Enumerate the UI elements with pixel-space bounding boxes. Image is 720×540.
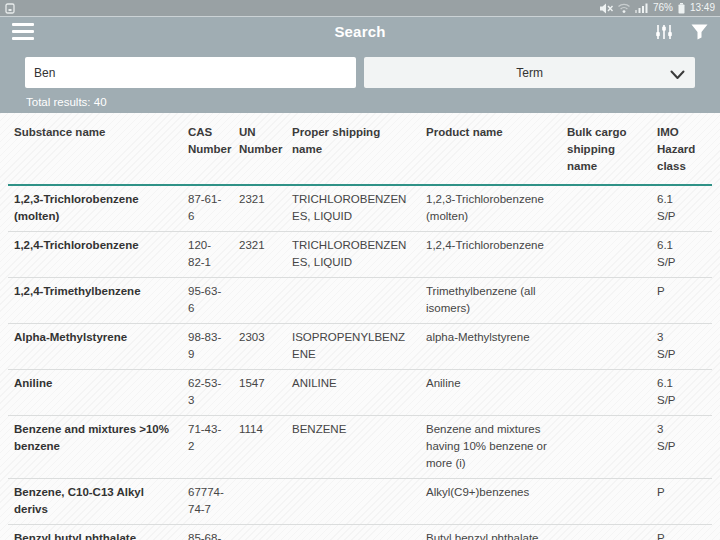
hamburger-menu-icon[interactable] (12, 23, 34, 40)
table-row[interactable]: Benzene and mixtures >10% benzene 71-43-… (8, 416, 712, 479)
cell-un-number (233, 530, 286, 540)
cell-cas-number: 98-83-9 (182, 329, 233, 363)
cell-imo-hazard-class: 3 S/P (651, 421, 712, 472)
cell-un-number: 2303 (233, 329, 286, 363)
cell-cas-number: 87-61-6 (182, 191, 233, 225)
cell-imo-hazard-class: 3 S/P (651, 329, 712, 363)
column-header: UN Number (233, 124, 286, 184)
cell-proper-shipping-name: ISOPROPENYLBENZENE (286, 329, 420, 363)
cell-substance-name: Alpha-Methylstyrene (8, 329, 182, 363)
cell-proper-shipping-name: ANILINE (286, 375, 420, 409)
cell-product-name: 1,2,4-Trichlorobenzene (420, 237, 561, 271)
signal-bars-icon (635, 3, 648, 13)
wifi-icon (618, 3, 630, 13)
dropdown-selected-value: Term (516, 66, 543, 80)
cell-product-name: Aniline (420, 375, 561, 409)
column-header: Bulk cargo shipping name (561, 124, 651, 184)
table-row[interactable]: 1,2,3-Trichlorobenzene (molten) 87-61-6 … (8, 186, 712, 232)
table-row[interactable]: Aniline 62-53-3 1547 ANILINE Aniline 6.1… (8, 370, 712, 416)
table-row[interactable]: Benzene, C10-C13 Alkyl derivs 67774-74-7… (8, 479, 712, 525)
column-header: IMO Hazard class (651, 124, 712, 184)
battery-icon (678, 3, 685, 14)
app-screen: 76% 13:49 Search Term (0, 0, 720, 540)
volume-muted-icon (600, 3, 613, 14)
cell-bulk-cargo-shipping-name (561, 421, 651, 472)
cell-un-number (233, 484, 286, 518)
filter-funnel-icon[interactable] (691, 24, 708, 40)
cell-product-name: alpha-Methylstyrene (420, 329, 561, 363)
column-header: Product name (420, 124, 561, 184)
table-header-row: Substance nameCAS NumberUN NumberProper … (8, 113, 712, 184)
cell-bulk-cargo-shipping-name (561, 191, 651, 225)
cell-un-number (233, 283, 286, 317)
cell-cas-number: 85-68-7 (182, 530, 233, 540)
cell-proper-shipping-name: TRICHLOROBENZENES, LIQUID (286, 237, 420, 271)
status-time: 13:49 (690, 3, 715, 13)
chevron-down-icon (670, 66, 685, 84)
column-header: Proper shipping name (286, 124, 420, 184)
cell-bulk-cargo-shipping-name (561, 329, 651, 363)
cell-bulk-cargo-shipping-name (561, 375, 651, 409)
cell-cas-number: 71-43-2 (182, 421, 233, 472)
cell-proper-shipping-name: TRICHLOROBENZENES, LIQUID (286, 191, 420, 225)
cell-cas-number: 62-53-3 (182, 375, 233, 409)
cell-imo-hazard-class: P (651, 283, 712, 317)
table-row[interactable]: Alpha-Methylstyrene 98-83-9 2303 ISOPROP… (8, 324, 712, 370)
cell-substance-name: 1,2,3-Trichlorobenzene (molten) (8, 191, 182, 225)
cell-imo-hazard-class: P (651, 484, 712, 518)
status-bar: 76% 13:49 (0, 0, 720, 16)
cell-substance-name: 1,2,4-Trimethylbenzene (8, 283, 182, 317)
search-section: Term Total results: 40 (0, 46, 720, 113)
column-header: CAS Number (182, 124, 233, 184)
cell-un-number: 2321 (233, 191, 286, 225)
cell-un-number: 1547 (233, 375, 286, 409)
search-input[interactable] (25, 57, 356, 88)
cell-product-name: Alkyl(C9+)benzenes (420, 484, 561, 518)
cell-product-name: Benzene and mixtures having 10% benzene … (420, 421, 561, 472)
table-row[interactable]: Benzyl butyl phthalate 85-68-7 Butyl ben… (8, 525, 712, 540)
app-bar: Search (0, 16, 720, 46)
table-row[interactable]: 1,2,4-Trichlorobenzene 120-82-1 2321 TRI… (8, 232, 712, 278)
cell-substance-name: 1,2,4-Trichlorobenzene (8, 237, 182, 271)
cell-imo-hazard-class: 6.1 S/P (651, 191, 712, 225)
total-results-label: Total results: 40 (25, 96, 695, 108)
cell-imo-hazard-class: 6.1 S/P (651, 375, 712, 409)
cell-un-number: 2321 (233, 237, 286, 271)
cell-un-number: 1114 (233, 421, 286, 472)
cell-bulk-cargo-shipping-name (561, 484, 651, 518)
cell-substance-name: Benzyl butyl phthalate (8, 530, 182, 540)
cell-substance-name: Aniline (8, 375, 182, 409)
table-row[interactable]: 1,2,4-Trimethylbenzene 95-63-6 Trimethyl… (8, 278, 712, 324)
cell-product-name: Butyl benzyl phthalate (420, 530, 561, 540)
cell-product-name: 1,2,3-Trichlorobenzene (molten) (420, 191, 561, 225)
results-table: Substance nameCAS NumberUN NumberProper … (0, 113, 720, 540)
tune-sliders-icon[interactable] (655, 24, 673, 40)
cell-bulk-cargo-shipping-name (561, 237, 651, 271)
cell-imo-hazard-class: 6.1 S/P (651, 237, 712, 271)
cell-substance-name: Benzene and mixtures >10% benzene (8, 421, 182, 472)
cell-bulk-cargo-shipping-name (561, 283, 651, 317)
battery-percent: 76% (653, 3, 673, 13)
cell-bulk-cargo-shipping-name (561, 530, 651, 540)
cell-product-name: Trimethylbenzene (all isomers) (420, 283, 561, 317)
cell-proper-shipping-name: BENZENE (286, 421, 420, 472)
cell-proper-shipping-name (286, 484, 420, 518)
cell-substance-name: Benzene, C10-C13 Alkyl derivs (8, 484, 182, 518)
cell-imo-hazard-class: P (651, 530, 712, 540)
cell-cas-number: 67774-74-7 (182, 484, 233, 518)
cell-cas-number: 120-82-1 (182, 237, 233, 271)
page-title: Search (0, 23, 720, 40)
table-body: 1,2,3-Trichlorobenzene (molten) 87-61-6 … (0, 186, 720, 540)
column-header: Substance name (8, 124, 182, 184)
cell-proper-shipping-name (286, 530, 420, 540)
sd-card-icon (5, 3, 15, 14)
search-type-dropdown[interactable]: Term (364, 57, 695, 88)
cell-cas-number: 95-63-6 (182, 283, 233, 317)
cell-proper-shipping-name (286, 283, 420, 317)
